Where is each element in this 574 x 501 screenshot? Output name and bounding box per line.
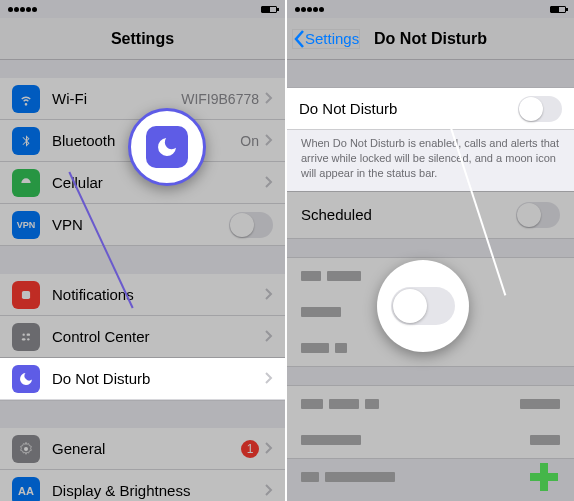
control-center-row[interactable]: Control Center — [0, 316, 285, 358]
chevron-right-icon — [265, 370, 273, 388]
svg-rect-2 — [27, 333, 30, 335]
dnd-toggle[interactable] — [518, 96, 562, 122]
chevron-right-icon — [265, 90, 273, 108]
moon-icon — [146, 126, 188, 168]
toggle-icon — [391, 287, 455, 325]
do-not-disturb-row[interactable]: Do Not Disturb — [0, 358, 285, 400]
row-label: Display & Brightness — [52, 482, 265, 499]
control-center-icon — [12, 323, 40, 351]
chevron-right-icon — [265, 174, 273, 192]
row-label: Do Not Disturb — [299, 100, 518, 117]
navbar: Settings — [0, 18, 285, 60]
page-title: Do Not Disturb — [374, 30, 487, 48]
navbar: Settings Do Not Disturb — [287, 18, 574, 60]
status-bar — [287, 0, 574, 18]
signal-dots-icon — [295, 4, 325, 14]
dnd-toggle-row[interactable]: Do Not Disturb — [287, 88, 574, 130]
row-value: On — [240, 133, 259, 149]
row-value: WIFI9B6778 — [181, 91, 259, 107]
back-button[interactable]: Settings — [293, 30, 359, 48]
bluetooth-icon — [12, 127, 40, 155]
cellular-icon — [12, 169, 40, 197]
section-spacer — [0, 246, 285, 274]
chevron-right-icon — [265, 440, 273, 458]
blurred-section — [287, 385, 574, 459]
row-label: Do Not Disturb — [52, 370, 265, 387]
scheduled-toggle[interactable] — [516, 202, 560, 228]
svg-point-1 — [23, 333, 25, 335]
vpn-toggle[interactable] — [229, 212, 273, 238]
chevron-right-icon — [265, 328, 273, 346]
vpn-row[interactable]: VPN VPN — [0, 204, 285, 246]
battery-icon — [261, 6, 277, 13]
chevron-right-icon — [265, 286, 273, 304]
row-label: Notifications — [52, 286, 265, 303]
notifications-section: Notifications Control Center Do Not Dist… — [0, 274, 285, 400]
row-label: Wi-Fi — [52, 90, 181, 107]
page-title: Settings — [111, 30, 174, 48]
badge: 1 — [241, 440, 259, 458]
row-label: VPN — [52, 216, 229, 233]
section-spacer — [287, 367, 574, 385]
wifi-row[interactable]: Wi-Fi WIFI9B6778 — [0, 78, 285, 120]
section-spacer — [0, 60, 285, 78]
moon-callout — [128, 108, 206, 186]
settings-screen: Settings Wi-Fi WIFI9B6778 Bluetooth On C… — [0, 0, 287, 501]
back-label: Settings — [305, 30, 359, 47]
scheduled-label: Scheduled — [301, 206, 372, 223]
gear-icon — [12, 435, 40, 463]
svg-rect-0 — [22, 290, 30, 298]
notifications-row[interactable]: Notifications — [0, 274, 285, 316]
battery-icon — [550, 6, 566, 13]
row-label: Control Center — [52, 328, 265, 345]
status-bar — [0, 0, 285, 18]
section-spacer — [287, 495, 574, 501]
scheduled-row[interactable]: Scheduled — [287, 191, 574, 239]
display-brightness-row[interactable]: AA Display & Brightness — [0, 470, 285, 501]
display-icon: AA — [12, 477, 40, 502]
dnd-screen: Settings Do Not Disturb Do Not Disturb W… — [287, 0, 574, 501]
toggle-callout — [377, 260, 469, 352]
dnd-description: When Do Not Disturb is enabled, calls an… — [287, 130, 574, 191]
row-label: General — [52, 440, 241, 457]
moon-icon — [12, 365, 40, 393]
section-spacer — [287, 239, 574, 257]
wifi-icon — [12, 85, 40, 113]
signal-dots-icon — [8, 4, 38, 14]
plus-icon — [530, 463, 558, 491]
notifications-icon — [12, 281, 40, 309]
chevron-right-icon — [265, 482, 273, 500]
general-row[interactable]: General 1 — [0, 428, 285, 470]
chevron-right-icon — [265, 132, 273, 150]
section-spacer — [0, 400, 285, 428]
svg-rect-3 — [22, 338, 26, 340]
svg-point-4 — [27, 338, 29, 340]
svg-point-5 — [24, 447, 28, 451]
general-section: General 1 AA Display & Brightness Wallpa… — [0, 428, 285, 501]
dnd-toggle-section: Do Not Disturb — [287, 88, 574, 130]
section-spacer — [287, 60, 574, 88]
vpn-icon: VPN — [12, 211, 40, 239]
